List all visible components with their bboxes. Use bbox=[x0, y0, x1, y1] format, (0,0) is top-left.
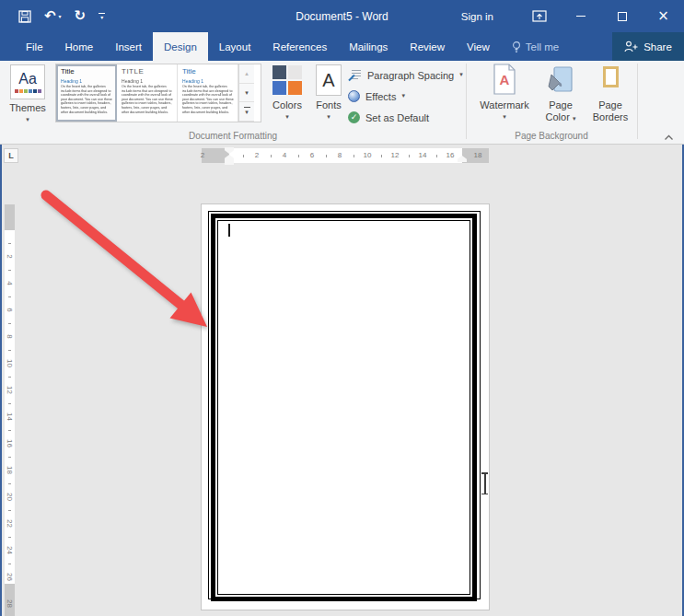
page-border-inner bbox=[217, 220, 470, 595]
ruler-number: 2 bbox=[6, 250, 14, 263]
ruler-number: 28 bbox=[6, 597, 14, 610]
page-borders-icon bbox=[585, 64, 635, 99]
style-set-thumbnail-3[interactable]: Title Heading 1 On the Insert tab, the g… bbox=[178, 64, 238, 122]
paragraph-spacing-button[interactable]: Paragraph Spacing ▾ bbox=[348, 64, 466, 86]
gallery-more-button[interactable]: ▾ bbox=[239, 102, 254, 122]
arrow-down-icon: ▾ bbox=[245, 109, 249, 116]
ruler-number: 6 bbox=[306, 151, 319, 159]
style-set-title: Title bbox=[61, 68, 113, 76]
tab-tell-me[interactable]: Tell me bbox=[501, 32, 570, 61]
arrow-down-icon: ▾ bbox=[245, 89, 249, 97]
style-set-heading: Heading 1 bbox=[182, 79, 235, 84]
tab-design[interactable]: Design bbox=[153, 32, 208, 61]
group-label-page-background: Page Background bbox=[466, 131, 637, 141]
tab-review[interactable]: Review bbox=[399, 32, 456, 61]
tab-tell-me-label: Tell me bbox=[526, 41, 559, 52]
tab-file[interactable]: File bbox=[15, 32, 54, 61]
watermark-letter: A bbox=[475, 72, 534, 87]
tab-view[interactable]: View bbox=[456, 32, 501, 61]
style-set-title: TITLE bbox=[122, 68, 174, 76]
page-color-icon bbox=[536, 64, 585, 99]
style-set-thumbnail-1[interactable]: Title Heading 1 On the Insert tab, the g… bbox=[56, 64, 117, 122]
chevron-down-icon: ▾ bbox=[310, 114, 347, 121]
tab-references[interactable]: References bbox=[261, 32, 338, 61]
themes-button[interactable]: Aa Themes ▾ bbox=[6, 64, 50, 141]
tab-home[interactable]: Home bbox=[54, 32, 105, 61]
checkmark-icon: ✓ bbox=[348, 111, 360, 123]
gallery-scroll-down-button[interactable]: ▾ bbox=[239, 84, 254, 103]
ruler-number: 14 bbox=[6, 410, 14, 424]
style-set-thumbnail-2[interactable]: TITLE Heading 1 On the Insert tab, the g… bbox=[117, 64, 178, 122]
document-page[interactable] bbox=[202, 204, 489, 610]
watermark-icon: A bbox=[475, 64, 534, 99]
arrow-up-icon: ▴ bbox=[245, 70, 249, 77]
tab-stop-selector[interactable]: L bbox=[4, 148, 18, 163]
save-icon bbox=[18, 10, 31, 23]
ruler-number: 8 bbox=[6, 330, 14, 343]
watermark-label: Watermark bbox=[475, 99, 534, 111]
undo-dropdown-icon[interactable]: ▾ bbox=[59, 13, 62, 19]
tab-mailings[interactable]: Mailings bbox=[338, 32, 399, 61]
page-color-button[interactable]: Page Color ▾ bbox=[536, 64, 585, 123]
watermark-button[interactable]: A Watermark ▾ bbox=[475, 64, 534, 121]
chevron-down-icon: ▾ bbox=[573, 115, 576, 122]
page-borders-label-line2: Borders bbox=[585, 111, 635, 123]
maximize-button[interactable] bbox=[601, 0, 643, 32]
theme-colors-icon bbox=[272, 65, 302, 95]
ruler-number: 26 bbox=[6, 570, 14, 584]
fonts-label: Fonts bbox=[310, 99, 347, 111]
set-as-default-button[interactable]: ✓ Set as Default bbox=[348, 107, 466, 128]
tab-insert[interactable]: Insert bbox=[104, 32, 153, 61]
text-insertion-caret bbox=[228, 224, 230, 237]
group-separator bbox=[637, 64, 638, 139]
minimize-button[interactable] bbox=[560, 0, 601, 32]
window-edge-left bbox=[0, 145, 2, 616]
ruler-number: 10 bbox=[6, 356, 14, 370]
tab-stop-icon: L bbox=[8, 151, 14, 160]
undo-icon: ↶ bbox=[44, 9, 56, 23]
collapse-ribbon-button[interactable] bbox=[664, 132, 674, 143]
page-borders-button[interactable]: Page Borders bbox=[585, 64, 635, 123]
ribbon-display-options-button[interactable] bbox=[519, 0, 560, 32]
maximize-icon bbox=[618, 12, 627, 21]
style-set-body: On the Insert tab, the galleries include… bbox=[122, 85, 174, 114]
ruler-number: 16 bbox=[6, 436, 14, 450]
theme-fonts-icon: A bbox=[316, 64, 342, 96]
left-indent-marker[interactable] bbox=[225, 161, 234, 165]
ruler-number: 18 bbox=[471, 151, 484, 159]
fonts-button[interactable]: A Fonts ▾ bbox=[310, 64, 347, 121]
group-separator bbox=[466, 64, 467, 139]
paragraph-spacing-label: Paragraph Spacing bbox=[367, 70, 454, 81]
document-workspace: L 2 2 4 6 8 10 12 14 16 18 2 4 6 8 10 12… bbox=[0, 145, 684, 616]
ruler-number: 4 bbox=[6, 276, 14, 290]
vertical-ruler[interactable]: 2 4 6 8 10 12 14 16 18 20 22 24 26 28 bbox=[5, 204, 15, 616]
tab-layout[interactable]: Layout bbox=[208, 32, 262, 61]
share-button[interactable]: Share bbox=[612, 32, 684, 61]
colors-button[interactable]: Colors ▾ bbox=[267, 64, 307, 121]
ruler-number: 6 bbox=[6, 303, 14, 317]
formatting-stack: Paragraph Spacing ▾ Effects ▾ ✓ Set as D… bbox=[348, 64, 466, 128]
more-bar-icon bbox=[244, 107, 250, 108]
group-label-document-formatting: Document Formatting bbox=[0, 131, 466, 141]
style-set-body: On the Insert tab, the galleries include… bbox=[61, 85, 113, 114]
close-button[interactable]: × bbox=[643, 0, 684, 32]
chevron-down-icon: ▾ bbox=[459, 72, 463, 78]
ruler-number: 14 bbox=[416, 151, 429, 159]
save-button[interactable] bbox=[18, 10, 31, 23]
ruler-number: 22 bbox=[6, 517, 14, 530]
sign-in-button[interactable]: Sign in bbox=[448, 0, 506, 32]
customize-quick-access-button[interactable]: ▾ bbox=[99, 13, 105, 19]
paragraph-spacing-icon bbox=[348, 68, 362, 82]
title-bar: ↶ ▾ ↻ ▾ Document5 - Word Sign in × bbox=[0, 0, 684, 32]
effects-button[interactable]: Effects ▾ bbox=[348, 86, 466, 107]
page-color-label-line2: Color ▾ bbox=[536, 111, 585, 123]
ruler-number: 8 bbox=[333, 151, 346, 159]
redo-button[interactable]: ↻ bbox=[75, 9, 87, 23]
colors-label: Colors bbox=[267, 99, 307, 111]
gallery-scroll-up-button[interactable]: ▴ bbox=[239, 64, 254, 84]
undo-button[interactable]: ↶ ▾ bbox=[44, 9, 62, 23]
ruler-number: 12 bbox=[6, 383, 14, 397]
horizontal-ruler[interactable]: 2 2 4 6 8 10 12 14 16 18 bbox=[202, 148, 489, 163]
style-set-heading: Heading 1 bbox=[122, 79, 174, 84]
chevron-down-icon: ▾ bbox=[100, 15, 103, 19]
